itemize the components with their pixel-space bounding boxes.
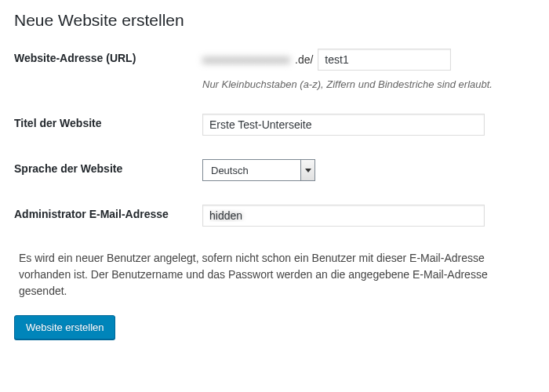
label-admin-email: Administrator E-Mail-Adresse xyxy=(14,205,202,220)
notice-text: Es wird ein neuer Benutzer angelegt, sof… xyxy=(19,250,535,299)
admin-email-input[interactable] xyxy=(202,205,485,227)
label-url: Website-Adresse (URL) xyxy=(14,49,202,64)
url-slug-input[interactable] xyxy=(318,49,451,71)
row-title: Titel der Website xyxy=(14,114,535,136)
url-hint: Nur Kleinbuchstaben (a-z), Ziffern und B… xyxy=(202,78,535,90)
create-site-button[interactable]: Website erstellen xyxy=(14,315,115,339)
label-language: Sprache der Website xyxy=(14,159,202,175)
language-select[interactable]: Deutsch xyxy=(202,159,315,181)
language-selected-value: Deutsch xyxy=(203,160,300,180)
chevron-down-icon xyxy=(300,160,314,180)
url-domain-suffix: .de/ xyxy=(295,53,313,66)
label-title: Titel der Website xyxy=(14,114,202,129)
row-url: Website-Adresse (URL) xxxxxxxxxxxxxxxx .… xyxy=(14,49,535,90)
row-admin-email: Administrator E-Mail-Adresse xyxy=(14,205,535,227)
row-language: Sprache der Website Deutsch xyxy=(14,159,535,181)
url-domain-obscured: xxxxxxxxxxxxxxxx xyxy=(202,53,290,66)
site-title-input[interactable] xyxy=(202,114,485,136)
page-title: Neue Website erstellen xyxy=(14,11,535,30)
